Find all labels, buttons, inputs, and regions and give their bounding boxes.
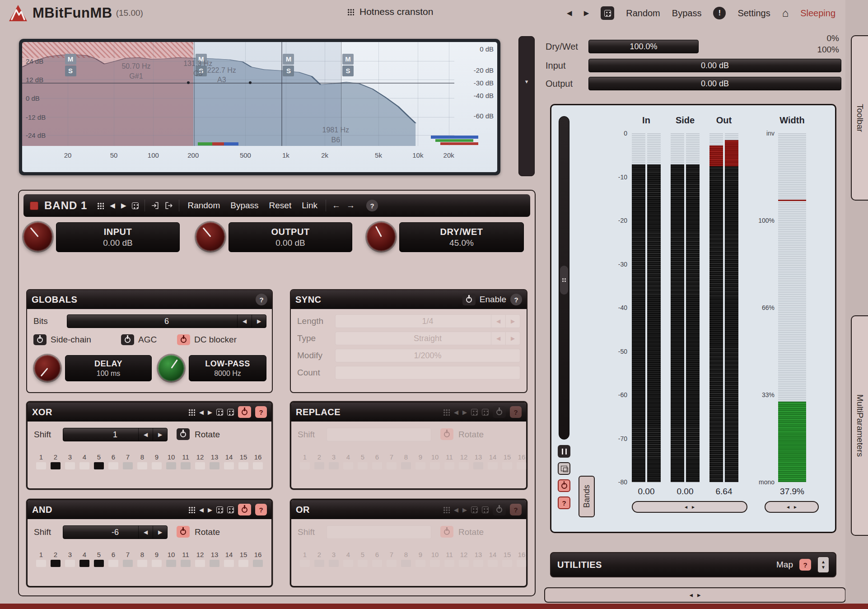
- preset-next-icon[interactable]: ▶: [584, 9, 589, 17]
- lowpass-display[interactable]: LOW-PASS 8000 Hz: [189, 355, 266, 381]
- bit-7[interactable]: 7: [121, 550, 135, 567]
- dc-blocker-power-icon[interactable]: [177, 334, 190, 345]
- bit-3[interactable]: 3: [63, 452, 77, 469]
- sleeping-button[interactable]: Sleeping: [800, 8, 835, 19]
- meter-popup-button[interactable]: [558, 462, 570, 475]
- or-help-button[interactable]: ?: [510, 504, 522, 515]
- and-power-button[interactable]: [238, 504, 251, 515]
- bit-1[interactable]: 1: [298, 550, 312, 567]
- band-link-button[interactable]: Link: [299, 201, 320, 211]
- preset-grid-icon[interactable]: [347, 8, 354, 15]
- bit-16[interactable]: 16: [251, 550, 265, 567]
- bit-9[interactable]: 9: [149, 452, 164, 469]
- delay-display[interactable]: DELAY 100 ms: [65, 355, 152, 381]
- home-icon[interactable]: ⌂: [782, 7, 789, 19]
- bit-12[interactable]: 12: [457, 452, 471, 469]
- bit-11[interactable]: 11: [442, 550, 457, 567]
- xor-rotate-power[interactable]: [177, 428, 190, 440]
- band-output-display[interactable]: OUTPUT 0.00 dB: [229, 222, 352, 252]
- preset-grid-icon[interactable]: [443, 506, 450, 513]
- or-shift-slider[interactable]: [327, 525, 431, 539]
- next-icon[interactable]: ▶: [208, 409, 212, 416]
- or-rotate-power[interactable]: [440, 526, 453, 538]
- prev-icon[interactable]: ◀: [199, 409, 204, 416]
- bit-1[interactable]: 1: [298, 452, 312, 469]
- bits-increment[interactable]: ▶: [252, 315, 266, 328]
- bit-4[interactable]: 4: [341, 452, 355, 469]
- band-left-arrow[interactable]: ←: [332, 201, 341, 211]
- bit-12[interactable]: 12: [457, 550, 471, 567]
- inc[interactable]: ▶: [505, 332, 520, 345]
- bit-12[interactable]: 12: [193, 452, 207, 469]
- bit-10[interactable]: 10: [428, 452, 442, 469]
- xor-shift-slider[interactable]: 1 ◀▶: [63, 428, 168, 441]
- band-ms-toggle[interactable]: MS: [283, 54, 294, 76]
- preset-grid-icon[interactable]: [443, 408, 450, 416]
- bit-16[interactable]: 16: [514, 550, 529, 567]
- randomize-icon[interactable]: [601, 6, 614, 20]
- band-right-arrow[interactable]: →: [346, 201, 355, 211]
- bit-4[interactable]: 4: [341, 550, 355, 567]
- prev-icon[interactable]: ◀: [454, 506, 458, 513]
- inc[interactable]: ▶: [505, 315, 520, 328]
- multiparameters-tab[interactable]: MultiParameters: [851, 315, 868, 536]
- dec[interactable]: ◀: [491, 315, 505, 328]
- bit-7[interactable]: 7: [384, 550, 399, 567]
- replace-help-button[interactable]: ?: [510, 406, 522, 418]
- sync-help-button[interactable]: ?: [510, 294, 522, 305]
- bit-5[interactable]: 5: [355, 550, 370, 567]
- globals-help-button[interactable]: ?: [256, 294, 267, 305]
- sync-length-slider[interactable]: 1/4 ◀▶: [335, 314, 520, 328]
- bit-10[interactable]: 10: [164, 452, 178, 469]
- band-color-swatch[interactable]: [30, 201, 38, 210]
- paste-icon[interactable]: [165, 201, 173, 210]
- agc-toggle[interactable]: AGC: [121, 334, 157, 345]
- bit-7[interactable]: 7: [121, 452, 135, 469]
- bit-5[interactable]: 5: [92, 452, 106, 469]
- random-icon[interactable]: [471, 506, 478, 513]
- and-shift-slider[interactable]: -6 ◀▶: [63, 525, 168, 539]
- map-button[interactable]: Map: [776, 560, 793, 570]
- bottom-collapse-handle[interactable]: ◂▸: [544, 587, 846, 603]
- dec[interactable]: ◀: [491, 332, 505, 345]
- eq-plot[interactable]: 20501002005001k2k5k10k20k24 dB12 dB0 dB-…: [22, 42, 497, 172]
- bits-decrement[interactable]: ◀: [237, 315, 252, 328]
- xor-power-button[interactable]: [238, 406, 251, 418]
- band-next-icon[interactable]: ▶: [121, 201, 126, 210]
- bits-slider[interactable]: 6 ◀▶: [67, 314, 266, 328]
- bit-5[interactable]: 5: [92, 550, 106, 567]
- bit-9[interactable]: 9: [413, 550, 428, 567]
- random-icon[interactable]: [216, 409, 223, 416]
- band-ms-toggle[interactable]: MS: [65, 54, 76, 76]
- band-ms-toggle[interactable]: MS: [342, 54, 354, 76]
- band-preset-grid-icon[interactable]: [97, 202, 104, 209]
- bit-8[interactable]: 8: [135, 550, 149, 567]
- meter-pause-button[interactable]: [558, 445, 570, 458]
- output-slider[interactable]: 0.00 dB: [588, 77, 841, 90]
- bit-10[interactable]: 10: [428, 550, 442, 567]
- bit-2[interactable]: 2: [312, 452, 327, 469]
- shift-decrement[interactable]: ◀: [138, 526, 153, 539]
- random-icon[interactable]: [216, 506, 223, 513]
- band2-region[interactable]: [193, 42, 341, 146]
- bit-8[interactable]: 8: [399, 452, 413, 469]
- bit-3[interactable]: 3: [327, 452, 341, 469]
- meter-scrollbar[interactable]: ◂▸: [632, 501, 747, 513]
- bit-14[interactable]: 14: [222, 452, 236, 469]
- bit-15[interactable]: 15: [500, 550, 514, 567]
- and-rotate-power[interactable]: [177, 526, 190, 538]
- bit-4[interactable]: 4: [77, 452, 92, 469]
- bit-16[interactable]: 16: [251, 452, 265, 469]
- band-drywet-display[interactable]: DRY/WET 45.0%: [399, 222, 524, 252]
- next-icon[interactable]: ▶: [208, 506, 212, 513]
- meter-help-button[interactable]: ?: [558, 497, 570, 509]
- random-smooth-icon[interactable]: [227, 506, 234, 513]
- next-icon[interactable]: ▶: [462, 409, 467, 416]
- random-smooth-icon[interactable]: [482, 409, 489, 416]
- band-output-knob[interactable]: [196, 222, 225, 251]
- preset-grid-icon[interactable]: [188, 408, 195, 416]
- bit-2[interactable]: 2: [48, 550, 63, 567]
- shift-increment[interactable]: ▶: [153, 428, 167, 441]
- utilities-help-button[interactable]: ?: [799, 559, 811, 571]
- bit-11[interactable]: 11: [442, 452, 457, 469]
